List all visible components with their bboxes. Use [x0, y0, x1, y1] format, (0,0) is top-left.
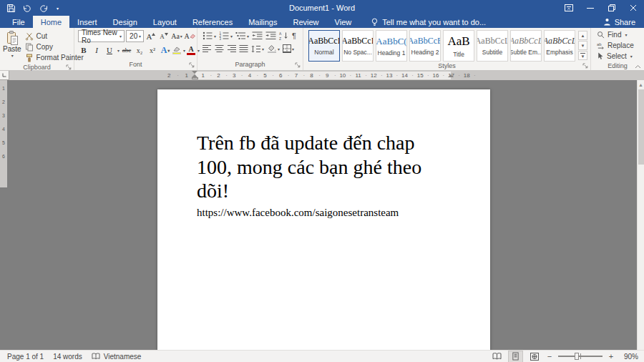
multilevel-list-button[interactable]: ▾ — [235, 31, 249, 41]
styles-scroll-down-icon[interactable]: ▼ — [578, 41, 587, 50]
sort-button[interactable]: AZ — [279, 31, 289, 41]
bold-button[interactable]: B — [78, 44, 89, 56]
language-indicator[interactable]: Vietnamese — [92, 353, 142, 361]
cursor-arrow-icon — [597, 52, 604, 60]
font-size-combo[interactable]: 20▾ — [126, 30, 144, 42]
justify-button[interactable] — [239, 44, 248, 54]
styles-more-icon[interactable]: ▼ — [578, 51, 587, 60]
page-indicator[interactable]: Page 1 of 1 — [7, 353, 44, 361]
read-mode-icon[interactable] — [490, 351, 504, 362]
ribbon-tab[interactable]: Insert — [69, 16, 105, 28]
text-effects-button[interactable]: A▾ — [160, 44, 171, 56]
ruler-number: 15 — [412, 71, 428, 80]
highlight-dropdown-icon[interactable]: ▾ — [183, 48, 185, 53]
style-card[interactable]: AaB Title — [443, 30, 474, 62]
subscript-button[interactable]: x₂ — [134, 44, 145, 56]
numbering-button[interactable]: 123▾ — [219, 31, 233, 41]
ribbon-tab[interactable]: Layout — [145, 16, 185, 28]
borders-button[interactable]: ▾ — [283, 44, 294, 54]
ribbon-tab[interactable]: Design — [105, 16, 145, 28]
ribbon-tab[interactable]: References — [185, 16, 240, 28]
scroll-up-icon[interactable]: ▲ — [638, 80, 644, 89]
ribbon-tab[interactable]: Review — [286, 16, 327, 28]
zoom-level[interactable]: 90% — [620, 353, 638, 361]
customize-qat-icon[interactable]: ▾ — [57, 6, 59, 11]
vruler-number: 2 — [2, 99, 5, 104]
paste-button[interactable]: Paste ▾ — [3, 29, 21, 63]
zoom-slider[interactable] — [558, 356, 602, 357]
share-button[interactable]: Share — [603, 16, 644, 28]
font-dialog-launcher-icon[interactable] — [189, 62, 195, 69]
style-card[interactable]: AaBbCcL Subtle Em... — [510, 30, 542, 62]
undo-icon[interactable] — [23, 4, 31, 12]
align-center-button[interactable] — [215, 44, 224, 54]
decrease-indent-button[interactable] — [252, 31, 263, 41]
show-hide-pilcrow-button[interactable]: ¶ — [292, 31, 296, 41]
style-card[interactable]: AaBbCcL Subtitle — [477, 30, 508, 62]
tell-me-box[interactable]: Tell me what you want to do... — [371, 16, 486, 28]
style-card[interactable]: AaBbC( Heading 1 — [376, 30, 407, 62]
underline-dropdown-icon[interactable]: ▾ — [117, 48, 119, 53]
horizontal-ruler[interactable]: 21 123456789101112131415161718 — [0, 71, 644, 80]
style-card[interactable]: AaBbCcE Heading 2 — [409, 30, 441, 62]
vertical-scrollbar[interactable]: ▲ — [637, 80, 644, 350]
shading-button[interactable]: ▾ — [267, 44, 280, 54]
ribbon-tab[interactable]: View — [327, 16, 360, 28]
vertical-ruler[interactable]: 123456 — [0, 80, 7, 187]
strikethrough-button[interactable]: abc — [121, 44, 132, 56]
replace-button[interactable]: ab Replace — [591, 40, 644, 51]
styles-dialog-launcher-icon[interactable] — [582, 63, 589, 69]
underline-button[interactable]: U — [104, 44, 115, 56]
bullets-button[interactable]: ▾ — [203, 31, 216, 41]
word-count[interactable]: 14 words — [53, 353, 82, 361]
ribbon-display-options-icon[interactable] — [558, 0, 580, 16]
superscript-button[interactable]: x² — [147, 44, 158, 56]
style-card[interactable]: AaBbCcI Normal — [308, 30, 340, 62]
share-label: Share — [615, 18, 635, 26]
line-spacing-button[interactable]: ▾ — [251, 44, 264, 54]
paragraph-dialog-launcher-icon[interactable] — [295, 62, 301, 69]
highlight-color-button[interactable] — [172, 44, 181, 56]
styles-scroll-up-icon[interactable]: ▲ — [578, 31, 587, 40]
redo-icon[interactable] — [39, 4, 48, 12]
style-card[interactable]: AaBbCcL Emphasis — [544, 30, 575, 62]
change-case-button[interactable]: Aa▾ — [171, 31, 182, 42]
document-body-text[interactable]: Trên fb đã update đến chap 100, mong các… — [197, 131, 434, 203]
indent-marker-left[interactable] — [192, 71, 198, 80]
change-case-label: Aa — [171, 32, 180, 40]
scrollbar-thumb[interactable] — [638, 89, 644, 165]
find-button[interactable]: Find▾ — [591, 29, 644, 40]
zoom-slider-thumb[interactable] — [575, 353, 579, 360]
zoom-out-button[interactable]: − — [546, 352, 553, 361]
increase-indent-button[interactable] — [265, 31, 276, 41]
font-color-button[interactable]: A — [187, 44, 195, 56]
tab-selector[interactable] — [0, 71, 9, 80]
grow-font-button[interactable]: A — [145, 31, 157, 42]
tab-file[interactable]: File — [4, 16, 33, 28]
indent-marker-right[interactable] — [448, 74, 454, 77]
document-link-text[interactable]: https://www.facebook.com/saigonesetranst… — [197, 207, 490, 219]
print-layout-icon[interactable] — [509, 351, 522, 362]
restore-icon[interactable] — [601, 0, 623, 16]
collapse-ribbon-icon[interactable] — [635, 64, 641, 69]
shrink-font-button[interactable]: A — [158, 31, 170, 42]
ribbon-tab[interactable]: Mailings — [240, 16, 285, 28]
close-icon[interactable] — [623, 0, 644, 16]
clear-formatting-button[interactable]: A — [184, 31, 195, 42]
proofing-book-icon — [92, 353, 100, 360]
save-icon[interactable] — [7, 4, 15, 12]
font-name-combo[interactable]: Times New Ro▾ — [78, 30, 125, 42]
minimize-icon[interactable] — [580, 0, 601, 16]
clipboard-dialog-launcher-icon[interactable] — [66, 64, 72, 71]
document-page[interactable]: Trên fb đã update đến chap 100, mong các… — [157, 89, 490, 350]
align-left-button[interactable] — [203, 44, 212, 54]
ribbon-tab[interactable]: Home — [33, 16, 69, 28]
select-button[interactable]: Select▾ — [591, 51, 644, 62]
italic-button[interactable]: I — [91, 44, 102, 56]
zoom-in-button[interactable]: + — [608, 352, 615, 361]
align-right-button[interactable] — [227, 44, 236, 54]
web-layout-icon[interactable] — [527, 351, 541, 362]
paste-clipboard-icon — [6, 31, 19, 45]
style-card[interactable]: AaBbCcI No Spac... — [342, 30, 374, 62]
vruler-number: 6 — [2, 154, 5, 159]
